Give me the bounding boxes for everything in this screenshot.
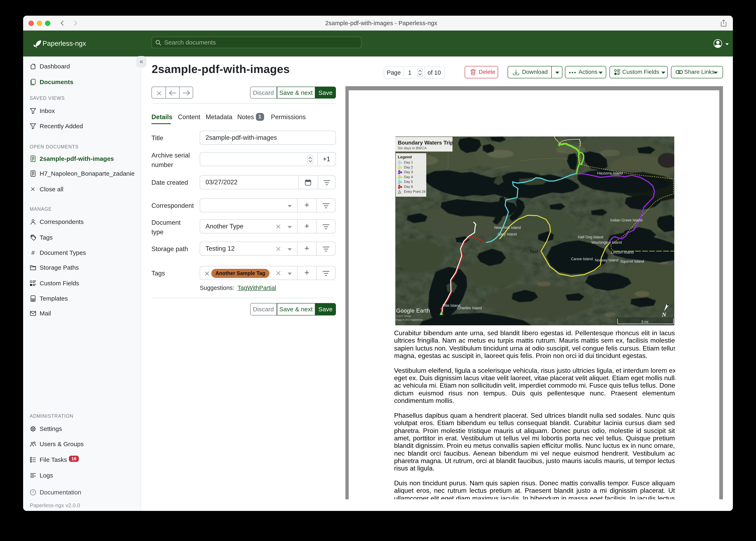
svg-text:Day 2: Day 2 bbox=[404, 165, 413, 169]
svg-text:Day 5: Day 5 bbox=[404, 180, 413, 184]
svg-text:Half Dog Island: Half Dog Island bbox=[578, 235, 603, 239]
svg-text:Indian Grave Island: Indian Grave Island bbox=[610, 218, 642, 222]
svg-text:Day 4: Day 4 bbox=[404, 175, 413, 179]
svg-text:Day 1: Day 1 bbox=[404, 160, 413, 164]
svg-text:Six days in BWCA: Six days in BWCA bbox=[398, 146, 426, 150]
svg-text:Lincoln Island: Lincoln Island bbox=[611, 250, 633, 254]
svg-text:Day 6: Day 6 bbox=[404, 185, 413, 189]
svg-text:Washington Island: Washington Island bbox=[591, 240, 621, 244]
svg-text:Norway Island: Norway Island bbox=[595, 258, 618, 262]
svg-text:Boundary Waters Trip: Boundary Waters Trip bbox=[398, 139, 453, 146]
svg-text:Legend: Legend bbox=[398, 155, 412, 159]
svg-text:Charlies Island: Charlies Island bbox=[457, 306, 482, 310]
svg-text:Gary Island: Gary Island bbox=[497, 232, 516, 236]
svg-text:Squirrel Island: Squirrel Island bbox=[620, 259, 644, 263]
svg-text:New York Island: New York Island bbox=[494, 225, 521, 230]
svg-text:Canoe Island: Canoe Island bbox=[571, 257, 593, 261]
svg-text:3 mi: 3 mi bbox=[641, 319, 648, 324]
svg-text:Google Earth: Google Earth bbox=[396, 307, 430, 313]
svg-text:© 2017 Google: © 2017 Google bbox=[396, 314, 411, 317]
svg-text:Image © 2017 DigitalGlobe: Image © 2017 DigitalGlobe bbox=[396, 318, 423, 321]
svg-text:Day 3: Day 3 bbox=[404, 170, 413, 174]
svg-text:Text: Text bbox=[529, 249, 538, 254]
svg-text:Hausons Island: Hausons Island bbox=[597, 171, 623, 175]
svg-text:N: N bbox=[661, 311, 666, 318]
svg-text:?: ? bbox=[32, 490, 34, 495]
svg-text:#: # bbox=[31, 249, 35, 256]
svg-text:Entry Point 24: Entry Point 24 bbox=[404, 190, 425, 194]
